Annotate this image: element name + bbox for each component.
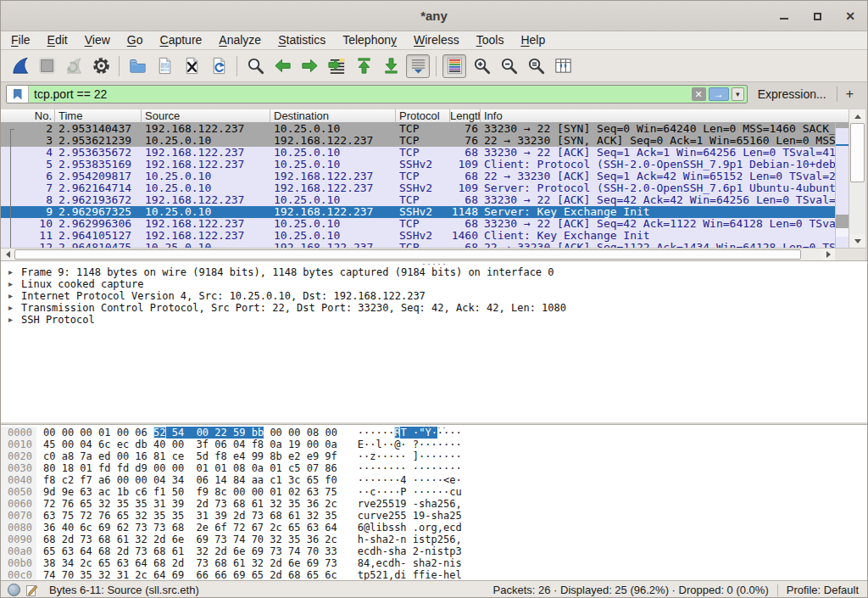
- horizontal-scroll-thumb[interactable]: [14, 249, 801, 260]
- scroll-down-button[interactable]: [849, 234, 865, 248]
- hex-bytes[interactable]: f8 c2 f7 a6 00 00 04 34 06 14 84 aa c1 3…: [43, 474, 337, 486]
- hex-ascii[interactable]: 6@libssh .org,ecd: [358, 522, 462, 534]
- hex-ascii[interactable]: E··l··@· ?·······: [358, 439, 462, 450]
- hex-bytes[interactable]: 45 00 04 6c ec db 40 00 3f 06 04 f8 0a 1…: [43, 439, 337, 450]
- splitter-handle[interactable]: [421, 263, 447, 265]
- detail-row-3[interactable]: ▸Transmission Control Protocol, Src Port…: [1, 302, 867, 314]
- menu-file[interactable]: File: [3, 31, 39, 49]
- hex-row-0020[interactable]: 0020c0 a8 7a ed 00 16 81 ce 5d f8 e4 99 …: [1, 450, 867, 462]
- scroll-left-button[interactable]: [1, 249, 14, 260]
- hex-bytes[interactable]: 65 63 64 68 2d 73 68 61 32 2d 6e 69 73 7…: [43, 545, 337, 557]
- column-header-protocol[interactable]: Protocol: [396, 109, 450, 123]
- menu-edit[interactable]: Edit: [39, 31, 76, 49]
- column-header-destination[interactable]: Destination: [270, 109, 396, 123]
- go-first-packet-button[interactable]: [352, 54, 376, 78]
- expert-info-icon[interactable]: [8, 584, 20, 596]
- hex-row-00b0[interactable]: 00b038 34 2c 65 63 64 68 2d 73 68 61 32 …: [1, 557, 867, 569]
- packet-row-2[interactable]: 22.953140437192.168.122.23710.25.0.10TCP…: [1, 123, 835, 135]
- close-capture-file-button[interactable]: [180, 54, 203, 78]
- packet-row-7[interactable]: 72.96216471410.25.0.10192.168.122.237SSH…: [1, 182, 835, 194]
- hex-row-0060[interactable]: 006072 76 65 32 35 35 31 39 2d 73 68 61 …: [1, 498, 867, 510]
- packet-row-11[interactable]: 112.964105127192.168.122.23710.25.0.10SS…: [1, 230, 835, 242]
- menu-statistics[interactable]: Statistics: [270, 31, 334, 49]
- hex-row-0070[interactable]: 007063 75 72 76 65 32 35 35 31 39 2d 73 …: [1, 510, 867, 522]
- expand-arrow-icon[interactable]: ▸: [8, 302, 13, 314]
- detail-row-1[interactable]: ▸Linux cooked capture: [1, 278, 867, 290]
- hex-ascii[interactable]: curve255 19-sha25: [358, 510, 462, 522]
- hex-bytes[interactable]: 80 18 01 fd fd d9 00 00 01 01 08 0a 01 c…: [43, 462, 337, 474]
- detail-row-4[interactable]: ▸SSH Protocol: [1, 314, 867, 326]
- expand-arrow-icon[interactable]: ▸: [8, 266, 13, 278]
- stop-capture-button[interactable]: [35, 54, 58, 78]
- zoom-in-button[interactable]: [470, 54, 493, 78]
- hex-ascii[interactable]: rve25519 -sha256,: [358, 498, 462, 510]
- filter-bookmark-button[interactable]: [7, 86, 29, 103]
- packet-list-horizontal-scrollbar[interactable]: [1, 248, 835, 260]
- colorize-packets-button[interactable]: [442, 54, 466, 78]
- hex-bytes[interactable]: 63 75 72 76 65 32 35 35 31 39 2d 73 68 6…: [43, 510, 337, 522]
- packet-list-vertical-scrollbar[interactable]: [849, 109, 865, 248]
- hex-row-0050[interactable]: 00509d 9e 63 ac 1b c6 f1 50 f9 8c 00 00 …: [1, 486, 867, 498]
- expression-button[interactable]: Expression...: [748, 87, 837, 101]
- packet-row-3[interactable]: 32.95362123910.25.0.10192.168.122.237TCP…: [1, 135, 835, 147]
- resize-columns-button[interactable]: [551, 54, 575, 78]
- open-capture-file-button[interactable]: [125, 54, 149, 78]
- find-packet-button[interactable]: [243, 54, 267, 78]
- close-button[interactable]: ✕: [843, 9, 857, 23]
- hex-ascii[interactable]: ········ ········: [358, 462, 462, 474]
- go-last-packet-button[interactable]: [379, 54, 403, 78]
- expand-arrow-icon[interactable]: ▸: [8, 314, 13, 326]
- column-header-length[interactable]: Length: [450, 109, 481, 123]
- vertical-scroll-thumb[interactable]: [850, 123, 865, 182]
- splitter-handle-2[interactable]: [421, 427, 447, 429]
- display-filter-input[interactable]: [29, 86, 692, 103]
- hex-bytes[interactable]: 72 76 65 32 35 35 31 39 2d 73 68 61 32 3…: [43, 498, 337, 510]
- hex-row-00c0[interactable]: 00c074 70 35 32 31 2c 64 69 66 66 69 65 …: [1, 569, 867, 581]
- hex-ascii[interactable]: 84,ecdh- sha2-nis: [358, 557, 462, 569]
- detail-row-0[interactable]: ▸Frame 9: 1148 bytes on wire (9184 bits)…: [1, 266, 867, 278]
- filter-history-caret[interactable]: ▾: [732, 87, 744, 101]
- hex-bytes[interactable]: 36 40 6c 69 62 73 73 68 2e 6f 72 67 2c 6…: [43, 522, 337, 534]
- hex-row-0090[interactable]: 009068 2d 73 68 61 32 2d 6e 69 73 74 70 …: [1, 534, 867, 545]
- packet-row-8[interactable]: 82.962193672192.168.122.23710.25.0.10TCP…: [1, 194, 835, 206]
- reload-capture-file-button[interactable]: [207, 54, 231, 78]
- menu-telephony[interactable]: Telephony: [334, 31, 405, 49]
- column-header-time[interactable]: Time: [55, 109, 142, 123]
- hex-row-0040[interactable]: 0040f8 c2 f7 a6 00 00 04 34 06 14 84 aa …: [1, 474, 867, 486]
- hex-bytes[interactable]: 74 70 35 32 31 2c 64 69 66 66 69 65 2d 6…: [43, 569, 337, 581]
- hex-row-0080[interactable]: 008036 40 6c 69 62 73 73 68 2e 6f 72 67 …: [1, 522, 867, 534]
- hex-ascii[interactable]: ··z····· ]·······: [358, 450, 462, 462]
- apply-filter-button[interactable]: →: [709, 87, 729, 101]
- menu-go[interactable]: Go: [119, 31, 152, 49]
- profile-selector[interactable]: Profile: Default: [787, 584, 867, 596]
- hex-row-0030[interactable]: 003080 18 01 fd fd d9 00 00 01 01 08 0a …: [1, 462, 867, 474]
- start-capture-button[interactable]: [8, 54, 31, 78]
- packet-row-12[interactable]: 122.96481047510.25.0.10192.168.122.237TC…: [1, 242, 835, 248]
- add-filter-button[interactable]: +: [837, 87, 862, 102]
- go-to-packet-button[interactable]: [325, 54, 348, 78]
- detail-row-2[interactable]: ▸Internet Protocol Version 4, Src: 10.25…: [1, 290, 867, 302]
- hex-ascii[interactable]: ··c····P ······cu: [358, 486, 462, 498]
- capture-comment-icon[interactable]: [25, 584, 39, 597]
- column-header-info[interactable]: Info: [481, 109, 849, 123]
- go-forward-button[interactable]: [298, 54, 321, 78]
- packet-row-5[interactable]: 52.953835169192.168.122.23710.25.0.10SSH…: [1, 159, 835, 170]
- menu-tools[interactable]: Tools: [468, 31, 513, 49]
- hex-ascii[interactable]: h-sha2-n istp256,: [358, 534, 462, 545]
- packet-row-9[interactable]: 92.96296732510.25.0.10192.168.122.237SSH…: [1, 206, 835, 218]
- auto-scroll-button[interactable]: [406, 54, 430, 78]
- zoom-out-button[interactable]: [497, 54, 520, 78]
- hex-row-00a0[interactable]: 00a065 63 64 68 2d 73 68 61 32 2d 6e 69 …: [1, 545, 867, 557]
- clear-filter-button[interactable]: ✕: [692, 87, 706, 101]
- scroll-up-button[interactable]: [849, 109, 865, 123]
- hex-ascii[interactable]: ecdh-sha 2-nistp3: [358, 545, 462, 557]
- hex-ascii[interactable]: ·······4 ·····<e·: [358, 474, 462, 486]
- expand-arrow-icon[interactable]: ▸: [8, 290, 13, 302]
- menu-analyze[interactable]: Analyze: [210, 31, 270, 49]
- hex-bytes[interactable]: c0 a8 7a ed 00 16 81 ce 5d f8 e4 99 8b e…: [43, 450, 337, 462]
- capture-options-button[interactable]: [89, 54, 113, 78]
- menu-help[interactable]: Help: [512, 31, 554, 49]
- save-capture-file-button[interactable]: 010101100111: [153, 54, 176, 78]
- hex-bytes[interactable]: 38 34 2c 65 63 64 68 2d 73 68 61 32 2d 6…: [43, 557, 337, 569]
- hex-ascii[interactable]: tp521,di ffie-hel: [358, 569, 462, 581]
